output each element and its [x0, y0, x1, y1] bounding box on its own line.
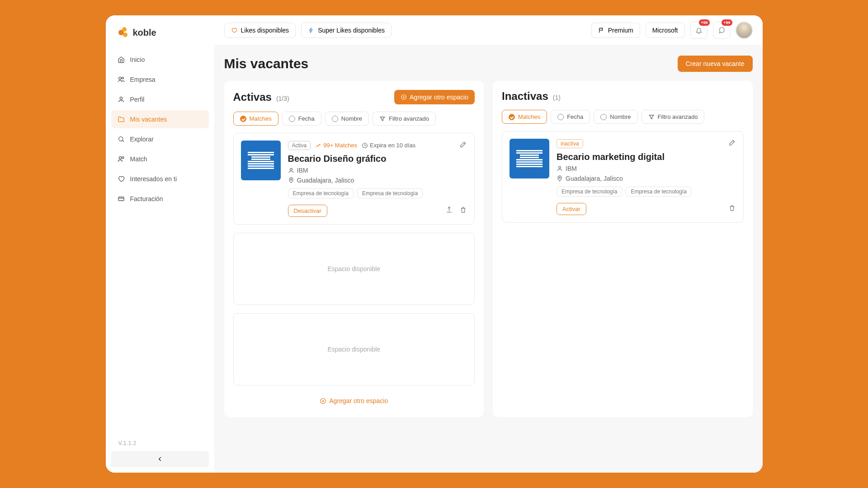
chart-icon: [315, 142, 321, 149]
heart-icon: [231, 27, 237, 33]
notification-badge: +99: [699, 19, 709, 26]
panel-inactive: Inactivas (1) Matches Fecha Nombre Filtr…: [493, 81, 753, 417]
nav-label: Mis vacantes: [130, 116, 167, 123]
user-icon: [557, 165, 563, 172]
plus-circle-icon: [401, 94, 407, 100]
tag: Empresa de tecnología: [288, 188, 354, 198]
nav-label: Facturación: [130, 195, 163, 202]
tag: Empresa de tecnología: [626, 187, 691, 197]
logo-mark-icon: [118, 27, 129, 38]
page-title: Mis vacantes: [224, 56, 309, 71]
panel-title: Inactivas: [502, 90, 548, 103]
company-row: IBM: [288, 167, 467, 174]
premium-label: Premium: [608, 27, 633, 34]
vacancy-title: Becario marketing digital: [557, 152, 736, 162]
filters: Matches Fecha Nombre Filtro avanzado: [502, 110, 744, 124]
superlikes-button[interactable]: Super Likes disponibles: [301, 23, 392, 38]
filter-date[interactable]: Fecha: [551, 110, 590, 124]
card-icon: [118, 195, 125, 202]
logo[interactable]: koble: [106, 21, 214, 47]
activate-button[interactable]: Activar: [557, 203, 586, 215]
search-icon: [118, 136, 125, 143]
panel-title: Activas: [233, 91, 272, 103]
flag-icon: [598, 27, 604, 33]
company-label: Microsoft: [652, 27, 678, 34]
status-badge: inactiva: [557, 139, 583, 148]
empty-slot[interactable]: Espacio disponible: [233, 313, 475, 385]
folder-icon: [118, 116, 125, 123]
avatar[interactable]: [736, 22, 753, 39]
nav-item-explorar[interactable]: Explorar: [111, 130, 209, 148]
bolt-icon: [308, 27, 314, 33]
nav-label: Match: [130, 155, 147, 163]
nav-label: Interesados en ti: [130, 175, 177, 183]
delete-button[interactable]: [728, 204, 736, 214]
edit-icon: [728, 139, 736, 146]
edit-icon: [459, 141, 467, 148]
building-icon: [118, 76, 125, 83]
panel-header: Inactivas (1): [502, 90, 744, 103]
messages-button[interactable]: +99: [713, 22, 730, 39]
message-badge: +99: [722, 19, 732, 26]
add-space-link[interactable]: Agregar otro espacio: [233, 394, 475, 408]
chat-icon: [718, 27, 725, 34]
nav-label: Empresa: [130, 76, 156, 83]
nav-item-perfil[interactable]: Perfil: [111, 90, 209, 108]
nav-label: Inicio: [130, 56, 145, 63]
nav-label: Perfil: [130, 96, 145, 103]
location-row: Guadalajara, Jalisco: [557, 175, 736, 182]
expire-badge: Expira en 10 días: [362, 142, 415, 149]
premium-button[interactable]: Premium: [591, 23, 640, 38]
users-icon: [118, 155, 125, 163]
company-button[interactable]: Microsoft: [646, 23, 685, 38]
user-icon: [118, 96, 125, 103]
filter-matches[interactable]: Matches: [233, 112, 278, 126]
filter-advanced[interactable]: Filtro avanzado: [373, 112, 436, 126]
edit-button[interactable]: [459, 141, 467, 150]
filter-advanced[interactable]: Filtro avanzado: [642, 110, 705, 124]
nav-item-match[interactable]: Match: [111, 150, 209, 168]
nav-item-vacantes[interactable]: Mis vacantes: [111, 110, 209, 128]
vacancy-card: Activa 99+ Matches Expira en 10 días Bec…: [233, 133, 475, 225]
funnel-icon: [648, 114, 655, 120]
nav-item-inicio[interactable]: Inicio: [111, 51, 209, 69]
tag: Empresa de tecnología: [357, 188, 423, 198]
likes-button[interactable]: Likes disponibles: [224, 23, 296, 38]
filter-name[interactable]: Nombre: [594, 110, 637, 124]
panel-header: Activas (1/3) Agregar otro espacio: [233, 90, 475, 104]
matches-badge: 99+ Matches: [315, 142, 357, 149]
version-label: V.1.1.2: [111, 435, 209, 451]
panel-active: Activas (1/3) Agregar otro espacio Match…: [224, 81, 484, 417]
add-space-button[interactable]: Agregar otro espacio: [394, 90, 475, 104]
panel-count: (1/3): [276, 95, 289, 102]
panel-count: (1): [553, 94, 561, 101]
vacancy-card: inactiva Becario marketing digital IBM G…: [502, 131, 744, 223]
filter-date[interactable]: Fecha: [282, 112, 321, 126]
chevron-left-icon: [157, 456, 163, 462]
funnel-icon: [379, 116, 386, 122]
nav-item-facturacion[interactable]: Facturación: [111, 190, 209, 208]
edit-button[interactable]: [728, 139, 736, 148]
delete-button[interactable]: [459, 206, 467, 216]
nav: Inicio Empresa Perfil Mis vacantes Explo…: [106, 47, 214, 211]
collapse-button[interactable]: [111, 451, 209, 467]
filter-name[interactable]: Nombre: [325, 112, 369, 126]
nav-item-empresa[interactable]: Empresa: [111, 70, 209, 89]
trash-icon: [728, 204, 736, 212]
tag: Empresa de tecnología: [557, 187, 622, 197]
page-header: Mis vacantes Crear nueva vacante: [224, 56, 753, 72]
filter-matches[interactable]: Matches: [502, 110, 547, 124]
notifications-button[interactable]: +99: [690, 22, 708, 39]
pin-icon: [288, 177, 294, 183]
empty-slot[interactable]: Espacio disponible: [233, 233, 475, 305]
radio-icon: [600, 114, 607, 120]
superlikes-label: Super Likes disponibles: [318, 27, 385, 34]
nav-item-interesados[interactable]: Interesados en ti: [111, 170, 209, 188]
columns: Activas (1/3) Agregar otro espacio Match…: [224, 81, 753, 417]
user-icon: [288, 167, 294, 174]
deactivate-button[interactable]: Desactivar: [288, 205, 327, 217]
home-icon: [118, 56, 125, 63]
share-button[interactable]: [445, 206, 453, 216]
tags-row: Empresa de tecnología Empresa de tecnolo…: [557, 187, 736, 197]
create-vacancy-button[interactable]: Crear nueva vacante: [678, 56, 753, 72]
